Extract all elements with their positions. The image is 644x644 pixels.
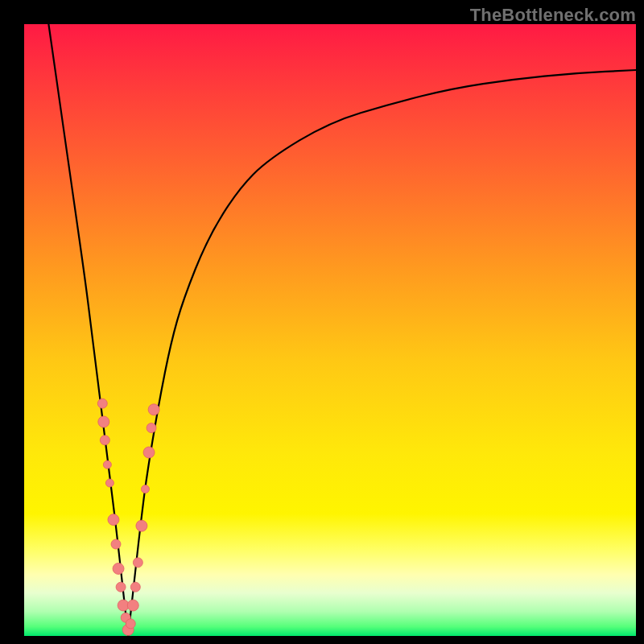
chart-canvas: TheBottleneck.com — [0, 0, 644, 644]
scatter-marker — [116, 582, 126, 592]
scatter-marker — [127, 600, 138, 611]
scatter-marker — [147, 423, 156, 433]
scatter-markers — [97, 398, 159, 635]
scatter-marker — [105, 479, 114, 487]
scatter-marker — [148, 404, 159, 415]
scatter-marker — [136, 520, 147, 531]
scatter-marker — [111, 539, 121, 549]
scatter-marker — [108, 514, 119, 526]
scatter-marker — [98, 416, 109, 427]
scatter-marker — [126, 619, 135, 629]
scatter-marker — [143, 447, 155, 458]
chart-svg — [24, 24, 636, 636]
curve-right-branch — [128, 70, 636, 636]
scatter-marker — [100, 436, 109, 445]
scatter-marker — [113, 563, 124, 574]
scatter-marker — [97, 398, 107, 408]
scatter-marker — [103, 460, 111, 469]
watermark-text: TheBottleneck.com — [470, 5, 636, 26]
plot-area — [24, 24, 636, 636]
scatter-marker — [130, 582, 140, 592]
scatter-marker — [133, 558, 142, 568]
scatter-marker — [141, 485, 149, 493]
